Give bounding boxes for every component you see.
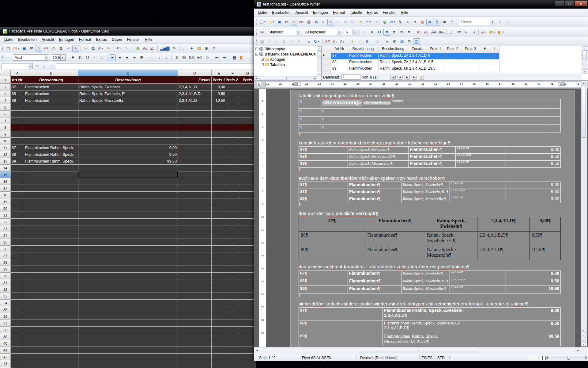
row-header-23[interactable]: 23 bbox=[0, 225, 11, 232]
cell-D3[interactable]: 2,3,4,A1,B,D bbox=[178, 90, 212, 97]
ds-cell[interactable]: 2,3,4,A1,B, bbox=[408, 59, 427, 66]
cell-F8[interactable] bbox=[226, 124, 239, 131]
font-color-down-icon[interactable]: A↓ bbox=[99, 54, 106, 61]
sort-descending-icon[interactable]: Z↓ bbox=[339, 38, 345, 45]
scroll-right-icon[interactable]: ▶ bbox=[313, 76, 317, 80]
status-insert-mode[interactable]: EINFG bbox=[420, 355, 435, 361]
table-border-marker[interactable] bbox=[560, 82, 565, 86]
cell-F17[interactable] bbox=[226, 185, 239, 192]
row-header-31[interactable]: 31 bbox=[0, 279, 11, 286]
cell-G21[interactable] bbox=[239, 212, 256, 219]
cell-D25[interactable] bbox=[178, 239, 212, 246]
toolbar-grip[interactable] bbox=[256, 29, 258, 35]
cell-D33[interactable] bbox=[178, 293, 212, 300]
open-icon[interactable]: ◳▼ bbox=[267, 19, 275, 25]
column-header-D[interactable]: D bbox=[178, 70, 212, 76]
ds-cell[interactable]: 87 bbox=[331, 53, 348, 59]
document-area[interactable]: 12345678910111213141516171819 tabelle·mi… bbox=[254, 89, 588, 347]
row-header-27[interactable]: 27 bbox=[0, 252, 11, 259]
cell-C36[interactable] bbox=[78, 313, 178, 320]
format-paintbrush-icon[interactable]: ✑ bbox=[105, 45, 112, 52]
sort-ascending-icon[interactable]: A↓ bbox=[142, 45, 149, 52]
last-record-icon[interactable]: ▶| bbox=[412, 75, 417, 80]
menu-format[interactable]: Format bbox=[77, 36, 93, 43]
cell-G41[interactable] bbox=[239, 347, 256, 354]
cell-G7[interactable] bbox=[239, 117, 256, 124]
ds-row-selector[interactable] bbox=[322, 59, 331, 66]
cell-C31[interactable] bbox=[78, 279, 178, 286]
cell-E32[interactable] bbox=[212, 286, 226, 293]
hscroll-thumb[interactable]: ⫶ bbox=[359, 348, 478, 353]
function-wizard-icon[interactable]: fx bbox=[34, 64, 40, 68]
cell-F14[interactable] bbox=[226, 165, 239, 171]
find-replace-icon[interactable]: ⌕ bbox=[181, 45, 188, 52]
cell-B41[interactable] bbox=[24, 347, 78, 354]
row-header-40[interactable]: 40 bbox=[0, 340, 11, 347]
valign-center-icon[interactable]: ↕ bbox=[156, 54, 163, 61]
cell-D22[interactable] bbox=[178, 219, 212, 225]
cell-E7[interactable] bbox=[212, 117, 226, 124]
cell-G8[interactable] bbox=[239, 124, 256, 131]
cell-D24[interactable] bbox=[178, 232, 212, 239]
ds-col-zusatz[interactable]: Zusatz bbox=[408, 46, 427, 53]
ds-cell[interactable]: 9 bbox=[427, 53, 444, 59]
sort-icon[interactable]: AZ bbox=[324, 38, 331, 45]
zoom-slider-track[interactable] bbox=[551, 358, 583, 358]
cell-C34[interactable] bbox=[78, 300, 178, 306]
cell-B40[interactable] bbox=[24, 340, 78, 347]
cell-D16[interactable] bbox=[178, 178, 212, 185]
cell-C17[interactable] bbox=[78, 185, 178, 192]
cell-B12[interactable]: Flammkuchen Rahm, Speck, bbox=[24, 151, 78, 158]
page-preview-icon[interactable]: ⧉ bbox=[313, 19, 319, 25]
toolbar-grip[interactable] bbox=[256, 19, 258, 25]
cell-D32[interactable] bbox=[178, 286, 212, 293]
email-icon[interactable]: ✉ bbox=[283, 19, 290, 25]
cell-G27[interactable] bbox=[239, 252, 256, 259]
cell-C28[interactable] bbox=[78, 259, 178, 266]
cell-A20[interactable] bbox=[11, 205, 24, 212]
row-header-8[interactable]: 8 bbox=[0, 124, 11, 131]
cell-D43[interactable] bbox=[178, 360, 212, 367]
edit-file-icon[interactable]: ✎ bbox=[291, 19, 297, 25]
cell-A38[interactable] bbox=[11, 327, 24, 333]
valign-bottom-icon[interactable]: ↓ bbox=[163, 54, 170, 61]
delete-decimal-icon[interactable]: -0 bbox=[203, 54, 210, 61]
cell-D2[interactable]: 2,3,4,A1,D bbox=[178, 84, 212, 90]
cell-A16[interactable] bbox=[11, 178, 24, 185]
cell-E12[interactable] bbox=[212, 151, 226, 158]
vertical-ruler[interactable]: 12345678910111213141516171819 bbox=[259, 89, 266, 347]
writer-window[interactable]: test fdhsg.odt - OpenOffice Writer — ▢ ✕… bbox=[254, 0, 588, 361]
background-color-icon[interactable]: ◧▼ bbox=[497, 29, 505, 36]
ds-cell[interactable]: 2,3,4,A1,D bbox=[408, 66, 427, 72]
cell-A9[interactable] bbox=[11, 131, 24, 138]
draw-functions-icon[interactable]: ✎ bbox=[397, 19, 404, 25]
status-modified[interactable]: * bbox=[447, 355, 453, 361]
cell-C8[interactable] bbox=[78, 124, 178, 131]
record-number-input[interactable]: 1 bbox=[341, 75, 360, 80]
cell-G18[interactable] bbox=[239, 192, 256, 198]
tree-item-tabellen[interactable]: -Tabellen bbox=[254, 62, 321, 67]
new-icon[interactable]: ▢ bbox=[5, 45, 12, 52]
cell-G11[interactable] bbox=[239, 144, 256, 151]
align-justify-icon[interactable]: ≡ bbox=[405, 29, 412, 36]
select-all-corner[interactable] bbox=[0, 70, 11, 76]
cell-C10[interactable] bbox=[78, 138, 178, 144]
cell-A37[interactable] bbox=[11, 320, 24, 327]
cell-C41[interactable] bbox=[78, 347, 178, 354]
grow-font-icon[interactable]: A↑ bbox=[416, 29, 422, 36]
cell-D40[interactable] bbox=[178, 340, 212, 347]
cell-D38[interactable] bbox=[178, 327, 212, 333]
cell-B29[interactable] bbox=[24, 266, 78, 273]
ds-cell[interactable]: Flammkuchen bbox=[348, 53, 379, 59]
cell-B28[interactable] bbox=[24, 259, 78, 266]
cell-F9[interactable] bbox=[226, 131, 239, 138]
cell-G28[interactable] bbox=[239, 259, 256, 266]
cell-E9[interactable] bbox=[212, 131, 226, 138]
cell-B27[interactable] bbox=[24, 252, 78, 259]
cell-G40[interactable] bbox=[239, 340, 256, 347]
cell-E10[interactable] bbox=[212, 138, 226, 144]
cell-C14[interactable] bbox=[78, 165, 178, 171]
cell-F21[interactable] bbox=[226, 212, 239, 219]
menu-daten[interactable]: Daten bbox=[110, 36, 124, 43]
ds-cell[interactable] bbox=[490, 66, 499, 72]
